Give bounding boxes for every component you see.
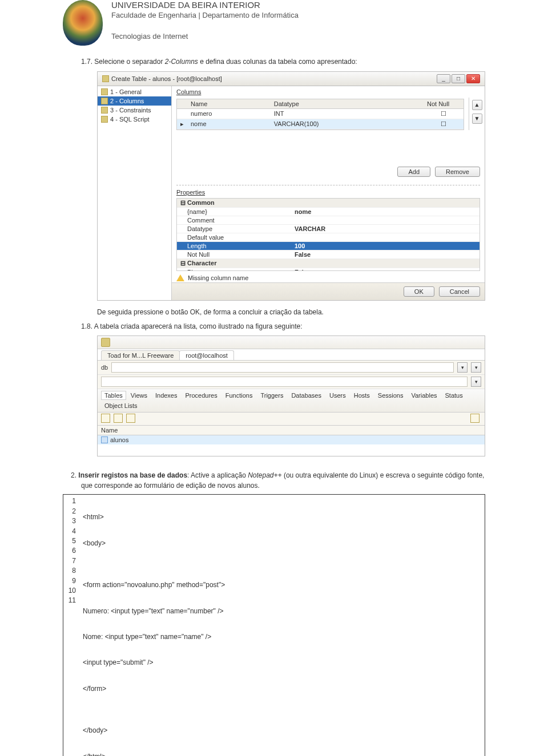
code-line-numbers: 1 2 3 4 5 6 7 8 9 10 11: [63, 495, 79, 756]
university-name: UNIVERSIDADE DA BEIRA INTERIOR: [111, 0, 299, 10]
col-header-datatype: Datatype: [271, 99, 424, 109]
move-down-button[interactable]: ▼: [472, 114, 482, 124]
sidebar-item-constraints[interactable]: 3 - Constraints: [98, 106, 171, 115]
cat-views[interactable]: Views: [127, 391, 151, 400]
cat-functions[interactable]: Functions: [222, 391, 256, 400]
properties-grid[interactable]: ⊟ Common {name}nome Comment DatatypeVARC…: [176, 198, 480, 271]
step-number: 1.8.: [81, 322, 92, 330]
dropdown-button[interactable]: ▾: [471, 362, 481, 373]
warning-text: Missing column name: [188, 274, 248, 281]
db-label: db: [101, 364, 108, 371]
cat-indexes[interactable]: Indexes: [152, 391, 181, 400]
cat-procedures[interactable]: Procedures: [182, 391, 220, 400]
columns-icon: [101, 98, 108, 104]
list-header-name: Name: [98, 426, 485, 435]
step-text: Selecione o separador: [94, 58, 164, 66]
code-content: <html> <body> <form action="novoaluno.ph…: [79, 495, 485, 756]
after-ss1-text: De seguida pressione o botão OK, de form…: [97, 308, 485, 317]
minimize-button[interactable]: _: [437, 74, 450, 83]
sidebar-item-columns[interactable]: 2 - Columns: [98, 96, 171, 106]
sql-icon: [101, 116, 108, 123]
faculty-name: Faculdade de Engenharia | Departamento d…: [111, 11, 299, 19]
grid-row[interactable]: numero INT ☐: [177, 108, 464, 119]
remove-button[interactable]: Remove: [435, 167, 480, 177]
constraints-icon: [101, 107, 108, 114]
columns-grid[interactable]: Name Datatype Not Null numero INT ☐: [176, 99, 464, 130]
dropdown-button[interactable]: ▾: [471, 377, 481, 387]
filter-button[interactable]: ▾: [457, 362, 468, 373]
step-text-a: : Active a aplicação: [187, 471, 248, 479]
step-number: 2.: [71, 471, 76, 479]
edit-icon[interactable]: [114, 414, 123, 423]
step-text: A tabela criada aparecerá na lista, como…: [94, 322, 303, 330]
maximize-button[interactable]: □: [452, 74, 465, 83]
cat-sessions[interactable]: Sessions: [374, 391, 407, 400]
step-bold: Inserir registos na base de dados: [78, 471, 187, 479]
toolbar-icon[interactable]: [101, 338, 110, 347]
close-button[interactable]: ✕: [466, 74, 480, 83]
step-number: 1.7.: [81, 58, 92, 66]
cat-status[interactable]: Status: [442, 391, 466, 400]
step-text-italic: 2-Columns: [165, 58, 198, 66]
connection-tabs: Toad for M...L Freeware root@localhost: [98, 349, 485, 361]
cat-hosts[interactable]: Hosts: [350, 391, 373, 400]
step-text-tail: e defina duas colunas da tabela como apr…: [198, 58, 357, 66]
cancel-button[interactable]: Cancel: [439, 286, 480, 297]
tab-connection[interactable]: root@localhost: [179, 350, 234, 360]
db-dropdown[interactable]: [111, 362, 454, 373]
object-categories: Tables Views Indexes Procedures Function…: [98, 389, 485, 413]
course-name: Tecnologias de Internet: [111, 32, 299, 41]
move-up-button[interactable]: ▲: [472, 100, 482, 110]
delete-icon[interactable]: [126, 414, 135, 423]
window-icon: [102, 75, 109, 82]
schema-dropdown[interactable]: [101, 377, 468, 387]
col-header-name: Name: [187, 99, 271, 109]
cat-variables[interactable]: Variables: [408, 391, 440, 400]
columns-label: Columns: [172, 86, 485, 98]
step-2: 2. Inserir registos na base de dados: Ac…: [81, 470, 485, 491]
sidebar-item-sqlscript[interactable]: 4 - SQL Script: [98, 115, 171, 124]
cat-users[interactable]: Users: [326, 391, 349, 400]
ok-button[interactable]: OK: [404, 286, 434, 297]
list-item[interactable]: alunos: [98, 435, 485, 444]
cat-triggers[interactable]: Triggers: [257, 391, 287, 400]
code-listing: 1 2 3 4 5 6 7 8 9 10 11 <html> <body> <f…: [63, 494, 485, 756]
add-button[interactable]: Add: [397, 167, 430, 177]
window-controls[interactable]: _ □ ✕: [437, 74, 480, 83]
warning-icon: [176, 274, 184, 281]
grid-options-icon[interactable]: [470, 414, 480, 423]
step-1-8: 1.8. A tabela criada aparecerá na lista,…: [97, 322, 485, 331]
screenshot-create-table: Create Table - alunos - [root@localhost]…: [97, 71, 485, 301]
properties-label: Properties: [172, 188, 485, 198]
sidebar-item-general[interactable]: 1 - General: [98, 87, 171, 96]
cat-objectlists[interactable]: Object Lists: [101, 401, 140, 410]
wizard-sidebar: 1 - General 2 - Columns 3 - Constraints …: [98, 86, 172, 300]
general-icon: [101, 88, 108, 95]
step-1-7: 1.7. Selecione o separador 2-Columns e d…: [97, 57, 485, 67]
cat-databases[interactable]: Databases: [288, 391, 325, 400]
page-header: UNIVERSIDADE DA BEIRA INTERIOR Faculdade…: [63, 0, 485, 46]
grid-row-selected[interactable]: ▸ nome VARCHAR(100) ☐: [177, 119, 464, 129]
tab-toad[interactable]: Toad for M...L Freeware: [101, 350, 180, 360]
new-table-icon[interactable]: [101, 414, 110, 423]
table-icon: [101, 436, 108, 443]
university-logo: [63, 0, 103, 46]
cat-tables[interactable]: Tables: [101, 391, 126, 400]
screenshot-toad-list: Toad for M...L Freeware root@localhost d…: [97, 335, 485, 456]
window-title: Create Table - alunos - [root@localhost]: [111, 75, 222, 82]
col-header-notnull: Not Null: [424, 99, 464, 109]
step-italic: Notepad++: [248, 471, 281, 479]
